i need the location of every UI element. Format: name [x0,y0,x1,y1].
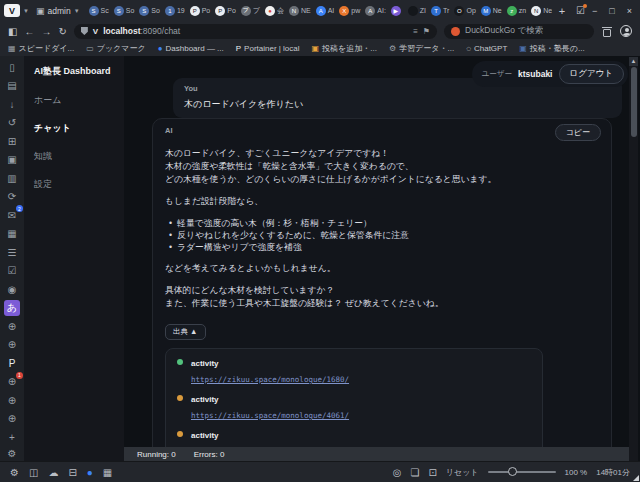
capture-icon[interactable]: ◎ [393,467,402,478]
status-icon[interactable]: ☁ [48,467,58,478]
profile-avatar-icon[interactable] [620,25,632,37]
panel-icon[interactable]: ↓ [4,96,20,112]
browser-tab[interactable]: T Tr [429,5,451,17]
browser-tab[interactable]: P Po [188,5,213,17]
bookmark-item[interactable]: ◌ ChatGPT [466,44,507,53]
zoom-slider[interactable] [488,471,556,473]
panel-settings-gear-icon[interactable]: ⚙ [0,448,24,459]
capture-icon[interactable]: ❏ [410,467,419,478]
close-button[interactable]: × [627,6,632,16]
browser-tab[interactable]: O Op [452,5,477,17]
url-field[interactable]: V localhost:8090/chat ≡ ⚑ [74,24,437,39]
panel-icon[interactable]: ▣ [4,152,20,168]
panel-icon[interactable]: ☰ [4,244,20,260]
status-icon[interactable]: ● [87,467,93,478]
capture-icon[interactable]: ⊡ [428,467,436,478]
browser-tab[interactable]: ZI [406,5,428,17]
maximize-button[interactable]: □ [609,6,614,16]
bookmark-item[interactable]: ⚙ 学習データ・... [389,43,454,54]
panel-icon[interactable]: ▦ [4,226,20,242]
sync-status-icon[interactable]: ☑ [576,5,585,16]
browser-tab[interactable]: ブ ブ [239,5,262,17]
window-resize-handle[interactable] [633,475,639,481]
profile-chip[interactable]: ▣ admin ▼ [32,5,84,17]
url-text[interactable]: localhost:8090/chat [103,26,408,36]
vivaldi-menu-caret-icon[interactable]: ▼ [23,8,29,14]
panel-icon[interactable]: ☑ [4,263,20,279]
browser-tab[interactable]: P Po [213,5,238,17]
bookmark-item[interactable]: ▭ ブックマーク [86,43,146,54]
shield-icon[interactable] [81,27,88,35]
reload-icon[interactable]: ↻ [58,26,66,37]
browser-tab[interactable]: A AI [314,5,337,17]
panel-icon[interactable]: ▥ [4,170,20,186]
panel-icon[interactable]: ▤ [4,78,20,94]
panel-icon[interactable]: ◉ [4,281,20,297]
logout-button[interactable]: ログアウト [559,64,625,84]
browser-tab[interactable]: S So [137,5,162,17]
panel-icon[interactable]: ⊕ [4,337,20,353]
tab-favicon: z [507,6,517,16]
panel-icon[interactable]: ↺ [4,115,20,131]
back-icon[interactable]: ← [24,26,34,37]
status-icon[interactable]: ◫ [29,467,38,478]
chat-main: ユーザー ktsubaki ログアウト You 木のロードバイクを作りたい AI… [124,56,640,461]
browser-tab[interactable]: N NE [287,5,313,17]
bookmark-item[interactable]: ▦ スピードダイ... [8,43,74,54]
bookmark-item[interactable]: ● Dashboard — ... [158,44,224,53]
bullet-dot: • [169,229,172,241]
zoom-reset-button[interactable]: リセット [446,467,479,478]
browser-tab[interactable]: ▶ [389,5,405,17]
minimize-button[interactable]: − [592,6,597,16]
source-link[interactable]: https://zikuu.space/monologue/1680/ [191,373,349,386]
sidebar-nav-item[interactable]: ホーム [34,94,114,107]
scrollbar-thumb[interactable] [631,67,637,137]
browser-tab[interactable]: S Sc [87,5,111,17]
panel-icon[interactable]: ⊕ [4,318,20,334]
browser-tab[interactable]: 1 19 [163,5,187,17]
panel-icon[interactable]: ▯ [4,59,20,75]
status-icon[interactable]: ▦ [103,467,112,478]
bookmark-item[interactable]: ▣ 投稿を追加・... [312,43,377,54]
panel-icon[interactable]: ⊞ [4,133,20,149]
bookmark-item[interactable]: P Portainer | local [236,44,300,53]
browser-tab[interactable]: X pw [337,5,362,17]
forward-icon[interactable]: → [41,26,51,37]
zoom-slider-knob[interactable] [508,467,517,476]
search-field[interactable]: DuckDuckGo で検索 [444,24,594,39]
new-tab-button[interactable]: + [555,5,569,17]
bookmark-label: ブックマーク [97,43,146,54]
scrollbar-up-arrow[interactable]: ▲ [629,57,638,66]
tab-favicon: P [215,6,225,16]
browser-tab[interactable]: A AI: [363,5,388,17]
panel-icon[interactable]: あ [4,300,20,316]
vivaldi-logo-icon[interactable]: V [4,4,20,17]
copy-button[interactable]: コピー [555,124,601,141]
reader-view-icon[interactable]: ≡ [413,27,418,36]
browser-tab[interactable]: z zn [505,5,528,17]
bookmark-item[interactable]: ▣ 投稿・塾長の... [519,43,584,54]
panel-toggle-icon[interactable]: ◧ [8,26,17,37]
panel-icon[interactable]: + [4,429,20,445]
status-icon[interactable]: ⊟ [68,467,76,478]
panel-icon[interactable]: ⊕ 1 [4,374,20,390]
sidebar-nav-item[interactable]: チャット [34,122,114,135]
bookmarks-bar: ▦ スピードダイ... ▭ ブックマーク ● Dashboard — ... P… [0,41,640,56]
source-link[interactable]: https://zikuu.space/monologue/4061/ [191,409,349,422]
panel-icon[interactable]: ⊕ [4,411,20,427]
browser-tab[interactable]: N Ne [529,5,551,17]
bookmark-flag-icon[interactable]: ⚑ [423,27,430,36]
browser-tab[interactable]: S So [112,5,137,17]
status-icon[interactable]: ⚙ [10,467,19,478]
sidebar-nav-item[interactable]: 知識 [34,150,114,163]
panel-icon[interactable]: ⟳ [4,189,20,205]
trash-icon[interactable] [601,26,613,37]
browser-tab[interactable]: M Ne [479,5,504,17]
panel-icon[interactable]: P [4,355,20,371]
panel-icon[interactable]: ✉ 2 [4,207,20,223]
sources-toggle-button[interactable]: 出典 ▲ [165,324,206,340]
browser-tab[interactable]: ● 会 [263,5,286,17]
sidebar-nav-item[interactable]: 設定 [34,178,114,191]
page-scrollbar[interactable]: ▲ [629,57,638,461]
panel-icon[interactable]: ⊕ [4,392,20,408]
